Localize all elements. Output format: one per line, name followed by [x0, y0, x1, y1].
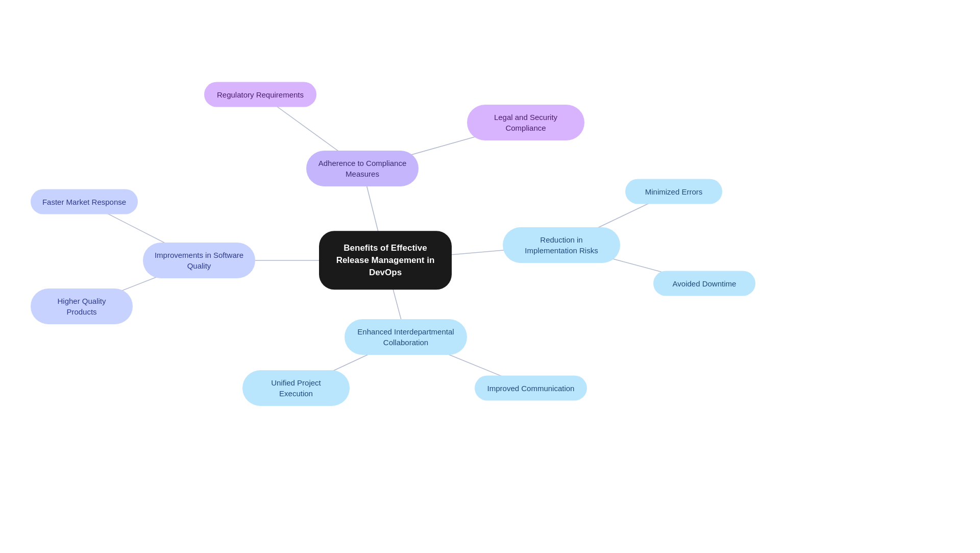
unified-node: Unified Project Execution — [242, 370, 350, 406]
regulatory-node: Regulatory Requirements — [204, 82, 316, 107]
collaboration-node: Enhanced Interdepartmental Collaboration — [345, 319, 467, 355]
communication-node: Improved Communication — [475, 376, 587, 401]
compliance-node: Adherence to Compliance Measures — [306, 151, 419, 186]
faster-market-node: Faster Market Response — [31, 189, 138, 214]
higher-quality-node: Higher Quality Products — [31, 288, 133, 324]
minimized-errors-node: Minimized Errors — [625, 179, 722, 204]
implementation-risks-node: Reduction in Implementation Risks — [503, 227, 620, 263]
avoided-downtime-node: Avoided Downtime — [653, 271, 755, 296]
legal-node: Legal and Security Compliance — [467, 105, 584, 140]
center-node: Benefits of Effective Release Management… — [319, 231, 452, 290]
software-quality-node: Improvements in Software Quality — [143, 243, 255, 278]
